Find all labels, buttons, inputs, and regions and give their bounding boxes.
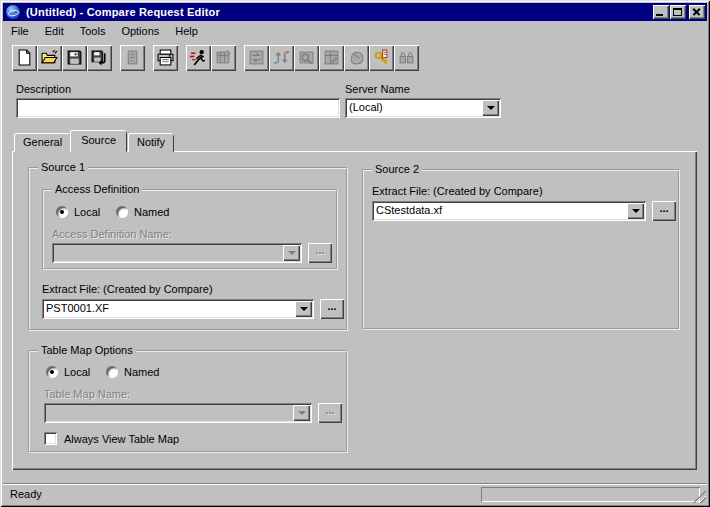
always-view-table-map-checkbox[interactable] (44, 432, 57, 445)
description-input[interactable] (16, 98, 340, 118)
access-definition-local-label[interactable]: Local (74, 206, 100, 218)
source1-group-title: Source 1 (38, 161, 88, 173)
source2-extract-file-browse-button[interactable]: ... (652, 201, 676, 221)
access-definition-name-combo (52, 243, 302, 263)
access-definition-browse-button: ... (308, 243, 332, 263)
table-map-name-dropdown-button (293, 405, 310, 421)
window-title: (Untitled) - Compare Request Editor (26, 6, 220, 18)
edit-table-icon (323, 49, 340, 66)
save-icon (66, 49, 83, 66)
access-definition-local-radio[interactable] (56, 206, 68, 218)
table-map-name-label: Table Map Name: (44, 388, 130, 400)
definition-icon (124, 49, 141, 66)
minimize-button[interactable] (653, 5, 669, 19)
chevron-down-icon (300, 307, 308, 311)
browse-data-icon (298, 49, 315, 66)
close-button[interactable] (689, 5, 705, 19)
table-map-named-radio[interactable] (106, 366, 118, 378)
status-bar: Ready (3, 483, 707, 504)
maximize-button[interactable] (670, 5, 686, 19)
status-text: Ready (10, 488, 42, 500)
browse-data-button (294, 45, 319, 71)
swap-sources-icon (248, 49, 265, 66)
menu-edit[interactable]: Edit (37, 23, 72, 39)
title-bar[interactable]: (Untitled) - Compare Request Editor (3, 3, 707, 21)
source1-extract-file-browse-button[interactable]: ... (320, 299, 344, 319)
app-icon[interactable] (6, 5, 20, 19)
toolbar (3, 41, 707, 74)
edit-table-button (319, 45, 344, 71)
table-map-local-radio[interactable] (46, 366, 58, 378)
tab-notify[interactable]: Notify (128, 133, 174, 152)
status-panel (481, 487, 700, 502)
source1-extract-file-dropdown-button[interactable] (295, 301, 312, 317)
source1-extract-file-combo[interactable]: PST0001.XF (42, 299, 314, 319)
access-definition-group-title: Access Definition (52, 183, 142, 195)
service-icon (348, 49, 365, 66)
source2-extract-file-label: Extract File: (Created by Compare) (372, 185, 543, 197)
access-definition-name-value (52, 243, 302, 263)
tab-strip: General Source Notify (14, 130, 175, 152)
access-definition-name-dropdown-button (283, 245, 300, 261)
source1-extract-file-label: Extract File: (Created by Compare) (42, 283, 213, 295)
menu-help[interactable]: Help (167, 23, 206, 39)
security-button (394, 45, 419, 71)
source2-extract-file-combo[interactable]: CStestdata.xf (372, 201, 646, 221)
sort-columns-button (269, 45, 294, 71)
print-icon (157, 49, 174, 66)
table-map-named-label[interactable]: Named (124, 366, 159, 378)
server-name-label: Server Name (345, 83, 410, 95)
always-view-table-map-label[interactable]: Always View Table Map (64, 433, 179, 445)
tab-general[interactable]: General (14, 133, 71, 152)
server-name-dropdown-button[interactable] (482, 100, 499, 116)
open-button[interactable] (37, 45, 62, 71)
run-icon (190, 49, 207, 66)
source2-extract-file-dropdown-button[interactable] (627, 203, 644, 219)
table-map-options-group-title: Table Map Options (38, 344, 136, 356)
keys-button[interactable] (369, 45, 394, 71)
maximize-icon (673, 8, 682, 16)
chevron-down-icon (487, 106, 495, 110)
chevron-down-icon (298, 411, 306, 415)
menu-file[interactable]: File (3, 23, 37, 39)
save-as-icon (91, 49, 108, 66)
compare-results-icon (215, 49, 232, 66)
print-button[interactable] (153, 45, 178, 71)
access-definition-named-radio[interactable] (116, 206, 128, 218)
chevron-down-icon (288, 251, 296, 255)
service-button (344, 45, 369, 71)
source2-extract-file-value: CStestdata.xf (372, 201, 646, 221)
chevron-down-icon (632, 209, 640, 213)
server-name-value: (Local) (345, 98, 501, 118)
save-as-button[interactable] (87, 45, 112, 71)
menu-bar: File Edit Tools Options Help (3, 21, 707, 40)
source2-group-title: Source 2 (372, 163, 422, 175)
definition-button (120, 45, 145, 71)
table-map-browse-button: ... (318, 403, 342, 423)
security-icon (398, 49, 415, 66)
new-icon (16, 49, 33, 66)
new-button[interactable] (12, 45, 37, 71)
compare-request-editor-window: (Untitled) - Compare Request Editor File… (0, 0, 710, 507)
table-map-name-combo (44, 403, 312, 423)
sort-columns-icon (273, 49, 290, 66)
access-definition-name-label: Access Definition Name: (52, 228, 172, 240)
swap-sources-button (244, 45, 269, 71)
server-name-combo[interactable]: (Local) (345, 98, 501, 118)
tab-source[interactable]: Source (70, 130, 127, 152)
table-map-local-label[interactable]: Local (64, 366, 90, 378)
source1-extract-file-value: PST0001.XF (42, 299, 314, 319)
table-map-name-value (44, 403, 312, 423)
menu-tools[interactable]: Tools (72, 23, 114, 39)
open-icon (41, 49, 58, 66)
keys-icon (373, 49, 390, 66)
save-button[interactable] (62, 45, 87, 71)
access-definition-named-label[interactable]: Named (134, 206, 169, 218)
compare-results-button (211, 45, 236, 71)
minimize-icon (656, 14, 663, 16)
menu-options[interactable]: Options (113, 23, 167, 39)
description-label: Description (16, 83, 71, 95)
run-button[interactable] (186, 45, 211, 71)
